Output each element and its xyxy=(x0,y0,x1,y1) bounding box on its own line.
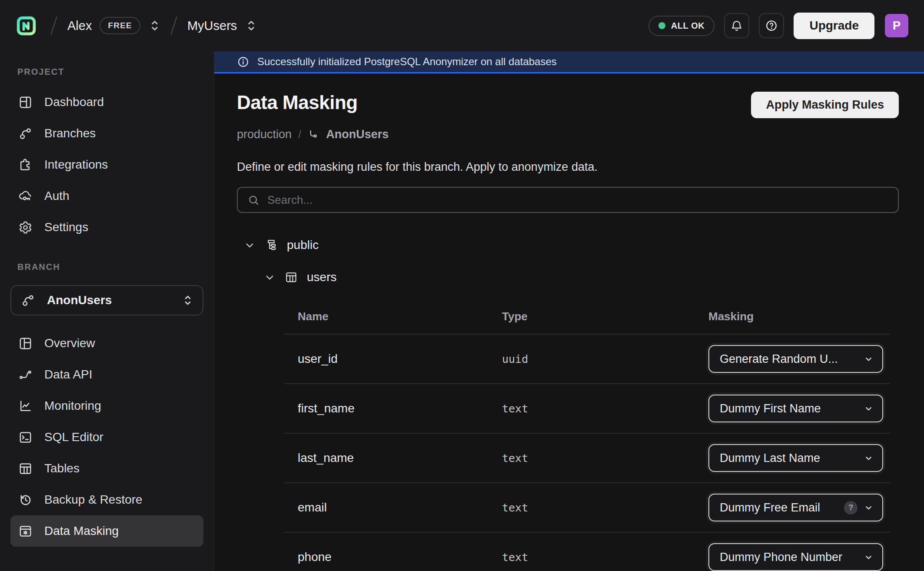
column-type: text xyxy=(502,551,708,564)
tree-row-table[interactable]: users xyxy=(264,265,899,289)
tables-icon xyxy=(18,461,33,476)
question-circle-icon xyxy=(765,19,778,32)
sidebar-item-dashboard[interactable]: Dashboard xyxy=(10,86,203,118)
column-type: text xyxy=(502,501,708,514)
page-description: Define or edit masking rules for this br… xyxy=(237,160,899,174)
sidebar-item-label: Overview xyxy=(44,336,95,350)
column-name: first_name xyxy=(298,402,502,415)
history-clock-icon xyxy=(18,493,33,507)
sidebar-item-sql-editor[interactable]: SQL Editor xyxy=(10,422,203,453)
sidebar-item-settings[interactable]: Settings xyxy=(10,212,203,243)
apply-masking-rules-button[interactable]: Apply Masking Rules xyxy=(751,92,899,118)
help-tooltip-badge[interactable]: ? xyxy=(844,501,858,515)
tree-row-schema[interactable]: public xyxy=(244,233,899,257)
masking-rule-select[interactable]: Dummy Phone Number xyxy=(708,543,883,571)
avatar[interactable]: P xyxy=(885,14,908,37)
notifications-button[interactable] xyxy=(724,13,749,38)
sidebar-item-label: SQL Editor xyxy=(44,430,103,444)
chevron-down-icon[interactable] xyxy=(244,239,256,251)
masking-rule-select[interactable]: Dummy Last Name xyxy=(708,444,883,472)
search-icon xyxy=(247,194,260,206)
sidebar-item-label: Data API xyxy=(44,368,93,382)
sidebar-item-data-masking[interactable]: Data Masking xyxy=(10,515,203,547)
sidebar-item-auth[interactable]: Auth xyxy=(10,180,203,212)
status-label: ALL OK xyxy=(671,21,705,31)
column-header-masking: Masking xyxy=(708,310,890,323)
table-header-row: Name Type Masking xyxy=(285,299,890,335)
status-ok-dot xyxy=(658,22,665,29)
column-name: email xyxy=(298,501,502,515)
column-header-type: Type xyxy=(502,310,708,323)
page-title: Data Masking xyxy=(237,92,358,113)
column-name: last_name xyxy=(298,451,502,465)
sidebar-item-branches[interactable]: Branches xyxy=(10,118,203,149)
sidebar-item-label: Monitoring xyxy=(44,399,101,413)
integrations-icon xyxy=(18,158,33,172)
chevron-down-icon xyxy=(864,453,874,463)
sidebar-item-tables[interactable]: Tables xyxy=(10,453,203,484)
monitoring-chart-icon xyxy=(18,399,33,413)
sidebar-item-label: Settings xyxy=(44,220,88,234)
data-api-icon xyxy=(18,368,33,382)
neon-logo-icon[interactable] xyxy=(16,15,37,37)
chevron-updown-icon[interactable] xyxy=(149,18,160,33)
status-pill[interactable]: ALL OK xyxy=(648,16,715,36)
branches-icon xyxy=(21,293,35,308)
app-shell: PROJECT Dashboard Branches Integrations … xyxy=(0,51,924,571)
org-switcher[interactable]: Alex FREE xyxy=(67,17,160,34)
help-button[interactable] xyxy=(759,13,784,38)
info-icon xyxy=(237,56,249,68)
chevron-down-icon[interactable] xyxy=(264,272,276,283)
breadcrumb-separator: / xyxy=(298,128,301,141)
sidebar-item-data-api[interactable]: Data API xyxy=(10,359,203,390)
sidebar-item-label: Data Masking xyxy=(44,524,119,538)
sidebar-item-label: Tables xyxy=(44,461,80,475)
header-separator xyxy=(50,17,57,35)
auth-icon xyxy=(18,189,33,203)
breadcrumb-parent-branch[interactable]: production xyxy=(237,128,292,141)
project-switcher[interactable]: MyUsers xyxy=(187,18,257,33)
column-type: text xyxy=(502,402,708,415)
table-row: phone text Dummy Phone Number xyxy=(285,533,890,571)
header-separator xyxy=(170,17,177,35)
sidebar-item-backup-restore[interactable]: Backup & Restore xyxy=(10,484,203,515)
masking-rule-value: Dummy Phone Number xyxy=(720,551,858,564)
masking-rule-select[interactable]: Dummy First Name xyxy=(708,395,883,422)
search-input[interactable] xyxy=(267,193,888,207)
banner-message: Successfully initialized PostgreSQL Anon… xyxy=(257,56,557,68)
sidebar-item-label: Dashboard xyxy=(44,95,104,109)
table-row: email text Dummy Free Email ? xyxy=(285,483,890,533)
masking-rule-value: Generate Random U... xyxy=(720,352,858,366)
sidebar: PROJECT Dashboard Branches Integrations … xyxy=(0,51,214,571)
branch-selector-value: AnonUsers xyxy=(47,293,171,307)
branch-selector[interactable]: AnonUsers xyxy=(10,285,203,315)
chevron-updown-icon[interactable] xyxy=(246,18,257,33)
column-type: text xyxy=(502,452,708,465)
table-row: first_name text Dummy First Name xyxy=(285,384,890,434)
schema-tree: public users xyxy=(237,233,899,289)
breadcrumb-current-branch[interactable]: AnonUsers xyxy=(326,128,389,141)
project-name: MyUsers xyxy=(187,19,237,33)
breadcrumb: production / AnonUsers xyxy=(237,128,899,141)
sidebar-item-integrations[interactable]: Integrations xyxy=(10,149,203,180)
search-box[interactable] xyxy=(237,187,899,213)
table-name: users xyxy=(307,270,336,284)
masking-rule-select[interactable]: Dummy Free Email ? xyxy=(708,494,883,521)
sidebar-item-label: Backup & Restore xyxy=(44,493,143,507)
child-branch-icon xyxy=(308,129,319,140)
dashboard-icon xyxy=(18,95,33,110)
sidebar-item-label: Branches xyxy=(44,126,96,140)
sidebar-item-overview[interactable]: Overview xyxy=(10,328,203,359)
masking-rule-select[interactable]: Generate Random U... xyxy=(708,345,883,373)
top-navigation-bar: Alex FREE MyUsers ALL OK Upgrade P xyxy=(0,0,924,51)
column-name: user_id xyxy=(298,352,502,366)
column-name: phone xyxy=(298,550,502,564)
sidebar-item-monitoring[interactable]: Monitoring xyxy=(10,390,203,422)
sql-editor-icon xyxy=(18,430,33,445)
upgrade-button[interactable]: Upgrade xyxy=(794,13,874,39)
sidebar-item-label: Integrations xyxy=(44,158,108,172)
chevron-down-icon xyxy=(864,404,874,414)
settings-gear-icon xyxy=(18,220,33,235)
notification-banner: Successfully initialized PostgreSQL Anon… xyxy=(214,51,924,73)
chevron-down-icon xyxy=(864,354,874,364)
